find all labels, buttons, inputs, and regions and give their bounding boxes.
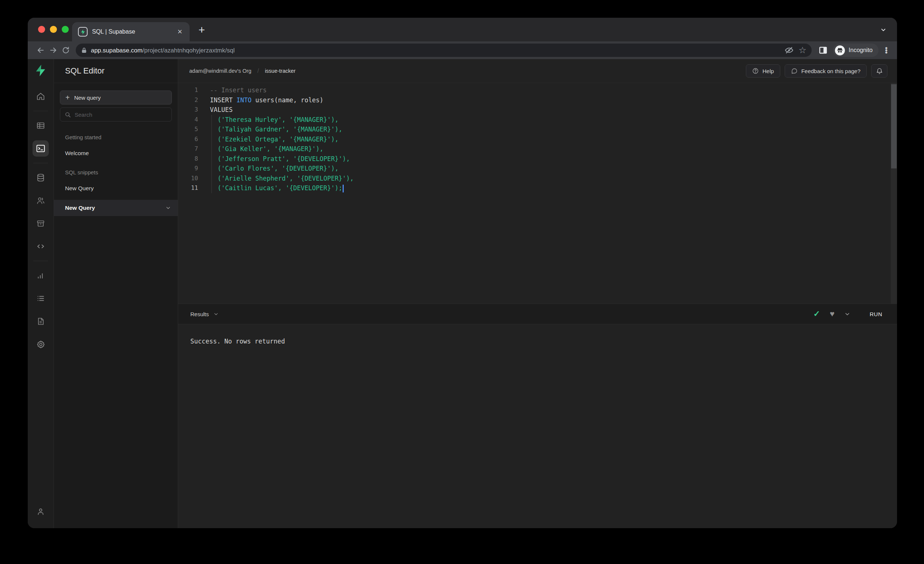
url-path: /project/azahtnhqohyjerzaxtmk/sql [142,47,234,54]
bookmark-star-icon[interactable]: ☆ [799,45,807,55]
sidebar-header: SQL Editor [54,59,178,83]
line-number: 11 [178,183,198,193]
sql-editor-icon[interactable] [33,141,49,157]
line-number: 4 [178,115,198,125]
success-check-icon: ✓ [813,309,820,319]
code-line[interactable]: 8 ('Jefferson Pratt', '{DEVELOPER}'), [178,154,897,164]
new-query-button[interactable]: + New query [60,90,172,105]
sidebar-item-welcome[interactable]: Welcome [54,150,178,157]
database-icon[interactable] [33,169,49,186]
auth-users-icon[interactable] [33,192,49,209]
address-bar[interactable]: app.supabase.com/project/azahtnhqohyjerz… [76,43,812,57]
code-line[interactable]: 7 ('Gia Keller', '{MANAGER}'), [178,144,897,154]
results-bar: Results ✓ ♥ RUN [178,304,897,324]
search-input[interactable] [75,112,167,118]
code-line[interactable]: 4 ('Theresa Hurley', '{MANAGER}'), [178,115,897,125]
sidebar-item-new-query-selected[interactable]: New Query [54,200,178,216]
help-button[interactable]: Help [746,64,780,78]
incognito-icon [835,45,845,55]
chevron-down-icon[interactable] [165,205,171,211]
incognito-label: Incognito [849,47,873,54]
sql-code-editor[interactable]: 1-- Insert users2INSERT INTO users(name,… [178,83,897,304]
browser-window: SQL | Supabase × + app.supabase.com/proj… [28,18,897,528]
editor-scrollbar[interactable] [891,83,897,304]
code-line[interactable]: 11 ('Caitlin Lucas', '{DEVELOPER}'); [178,183,897,193]
settings-gear-icon[interactable] [33,336,49,352]
sql-editor-sidebar: SQL Editor + New query Getting started [54,59,178,528]
plus-icon: + [65,93,70,102]
browser-menu-icon[interactable]: ••• [882,47,890,54]
edge-functions-icon[interactable] [33,238,49,254]
results-chevron-icon [213,311,219,317]
browser-toolbar: app.supabase.com/project/azahtnhqohyjerz… [28,41,897,59]
code-lines: 1-- Insert users2INSERT INTO users(name,… [178,83,897,193]
line-number: 6 [178,135,198,144]
browser-tab[interactable]: SQL | Supabase × [72,22,190,41]
close-window-button[interactable] [38,26,45,33]
notifications-bell-button[interactable] [871,64,887,78]
lock-icon [81,47,87,54]
run-button[interactable]: RUN [866,309,886,320]
logs-icon[interactable] [33,290,49,307]
section-label-sql-snippets: SQL snippets [54,169,178,175]
reload-icon[interactable] [60,44,72,57]
help-button-label: Help [762,68,774,74]
home-icon[interactable] [33,88,49,105]
main-header: adam@windmill.dev's Org / issue-tracker … [178,59,897,83]
reports-icon[interactable] [33,268,49,284]
line-number: 1 [178,85,198,95]
sidebar-item-new-query[interactable]: New Query [54,185,178,192]
minimize-window-button[interactable] [50,26,57,33]
line-number: 9 [178,164,198,174]
url-text[interactable]: app.supabase.com/project/azahtnhqohyjerz… [91,47,784,54]
line-number: 7 [178,144,198,154]
bell-icon [876,67,883,75]
page-title: SQL Editor [65,66,105,76]
side-panel-icon[interactable] [817,44,830,57]
code-line[interactable]: 2INSERT INTO users(name, roles) [178,95,897,105]
tab-title: SQL | Supabase [92,28,171,35]
incognito-badge[interactable]: Incognito [833,43,879,57]
feedback-button[interactable]: Feedback on this page? [784,64,867,78]
indent-guide [212,115,212,193]
section-label-getting-started: Getting started [54,134,178,141]
new-query-button-label: New query [74,94,101,101]
breadcrumb-org[interactable]: adam@windmill.dev's Org [189,68,251,74]
code-line[interactable]: 5 ('Taliyah Gardner', '{MANAGER}'), [178,124,897,135]
zoom-window-button[interactable] [62,26,69,33]
breadcrumb-separator: / [257,67,259,74]
code-line[interactable]: 9 ('Carlo Flores', '{DEVELOPER}'), [178,164,897,174]
forward-icon[interactable] [47,44,60,57]
search-box[interactable] [60,108,172,121]
breadcrumb-project[interactable]: issue-tracker [265,68,296,74]
new-tab-button[interactable]: + [198,24,205,36]
rail-divider [33,111,48,111]
tab-close-icon[interactable]: × [176,27,184,37]
results-dropdown[interactable]: Results [190,311,219,317]
password-eye-off-icon[interactable] [784,46,794,55]
feedback-button-label: Feedback on this page? [801,68,860,74]
code-line[interactable]: 1-- Insert users [178,85,897,95]
scrollbar-thumb[interactable] [891,84,897,168]
selected-query-label: New Query [65,205,95,211]
supabase-favicon-icon [78,27,88,37]
code-line[interactable]: 6 ('Ezekiel Ortega', '{MANAGER}'), [178,135,897,144]
tab-search-chevron-icon[interactable] [880,27,886,33]
code-line[interactable]: 10 ('Arielle Shepherd', '{DEVELOPER}'), [178,174,897,184]
chat-bubble-icon [791,67,798,74]
line-number: 10 [178,174,198,184]
code-line[interactable]: 3VALUES [178,105,897,115]
account-icon[interactable] [33,503,49,520]
rail-divider [33,261,48,261]
tab-strip: SQL | Supabase × + [28,18,897,41]
table-editor-icon[interactable] [33,117,49,134]
api-docs-icon[interactable] [33,313,49,329]
search-icon [64,112,71,118]
run-options-chevron-icon[interactable] [844,311,850,317]
supabase-app: SQL Editor + New query Getting started [28,59,897,528]
favorite-heart-icon[interactable]: ♥ [830,309,834,319]
storage-icon[interactable] [33,215,49,232]
back-icon[interactable] [34,44,47,57]
breadcrumb: adam@windmill.dev's Org / issue-tracker [189,67,296,74]
supabase-logo-icon[interactable] [34,64,47,77]
